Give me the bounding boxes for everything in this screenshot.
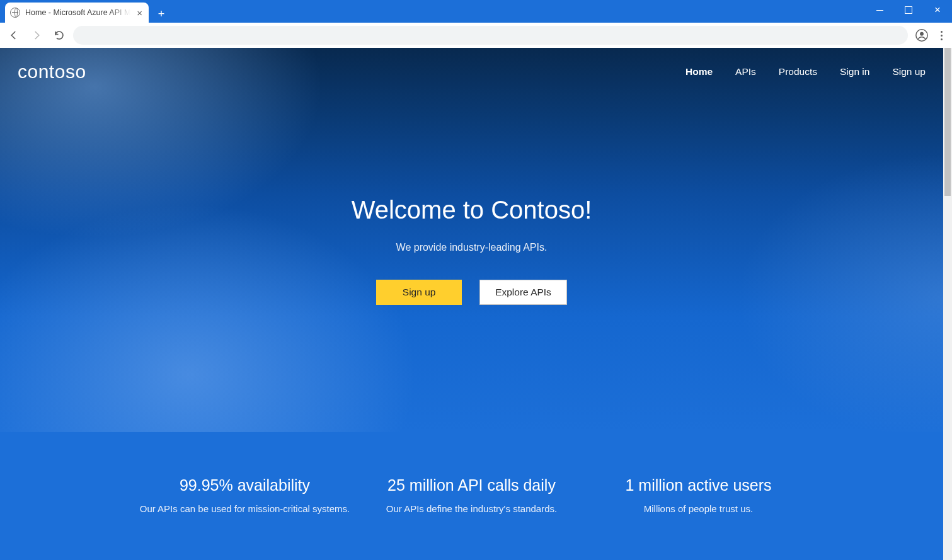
main-nav: Home APIs Products Sign in Sign up bbox=[685, 66, 926, 77]
new-tab-button[interactable]: + bbox=[152, 5, 170, 23]
stat-headline: 25 million API calls daily bbox=[358, 476, 585, 494]
maximize-icon[interactable] bbox=[894, 0, 923, 20]
browser-toolbar bbox=[0, 23, 952, 48]
stat-active-users: 1 million active users Millions of peopl… bbox=[585, 476, 812, 514]
forward-button[interactable] bbox=[28, 26, 45, 44]
site-logo[interactable]: contoso bbox=[18, 61, 86, 83]
tab-title: Home - Microsoft Azure API Man bbox=[25, 8, 130, 17]
stat-sub: Our APIs define the industry's standards… bbox=[358, 503, 585, 514]
nav-products[interactable]: Products bbox=[779, 66, 817, 77]
svg-point-1 bbox=[920, 32, 924, 36]
hero-subtitle: We provide industry-leading APIs. bbox=[396, 242, 548, 253]
hero-section: contoso Home APIs Products Sign in Sign … bbox=[0, 48, 943, 432]
stat-sub: Millions of people trust us. bbox=[585, 503, 812, 514]
profile-icon[interactable] bbox=[913, 26, 931, 44]
page-viewport: contoso Home APIs Products Sign in Sign … bbox=[0, 48, 943, 560]
nav-home[interactable]: Home bbox=[685, 66, 713, 77]
explore-apis-button[interactable]: Explore APIs bbox=[479, 280, 567, 305]
minimize-icon[interactable] bbox=[865, 0, 894, 20]
scrollbar-thumb[interactable] bbox=[944, 48, 951, 196]
nav-signup[interactable]: Sign up bbox=[892, 66, 926, 77]
cta-row: Sign up Explore APIs bbox=[376, 280, 567, 305]
nav-signin[interactable]: Sign in bbox=[840, 66, 869, 77]
browser-chrome: Home - Microsoft Azure API Man × + × bbox=[0, 0, 952, 48]
window-controls: × bbox=[865, 0, 952, 20]
scrollbar[interactable] bbox=[943, 48, 952, 560]
browser-tab[interactable]: Home - Microsoft Azure API Man × bbox=[5, 3, 149, 23]
stats-section: 99.95% availability Our APIs can be used… bbox=[0, 432, 943, 539]
stat-sub: Our APIs can be used for mission-critica… bbox=[132, 503, 358, 514]
hero-title: Welcome to Contoso! bbox=[352, 196, 592, 224]
stat-headline: 99.95% availability bbox=[132, 476, 358, 494]
hero-content: Welcome to Contoso! We provide industry-… bbox=[0, 196, 943, 305]
stat-headline: 1 million active users bbox=[585, 476, 812, 494]
reload-button[interactable] bbox=[50, 26, 68, 44]
nav-apis[interactable]: APIs bbox=[735, 66, 756, 77]
signup-button[interactable]: Sign up bbox=[376, 280, 462, 305]
site-header: contoso Home APIs Products Sign in Sign … bbox=[0, 48, 943, 96]
window-close-icon[interactable]: × bbox=[923, 0, 952, 20]
stat-api-calls: 25 million API calls daily Our APIs defi… bbox=[358, 476, 585, 514]
stat-availability: 99.95% availability Our APIs can be used… bbox=[132, 476, 358, 514]
back-button[interactable] bbox=[5, 26, 23, 44]
menu-icon[interactable] bbox=[936, 27, 947, 44]
address-bar[interactable] bbox=[73, 26, 908, 45]
browser-titlebar: Home - Microsoft Azure API Man × + × bbox=[0, 0, 952, 23]
globe-icon bbox=[10, 8, 20, 18]
close-icon[interactable]: × bbox=[135, 7, 144, 19]
